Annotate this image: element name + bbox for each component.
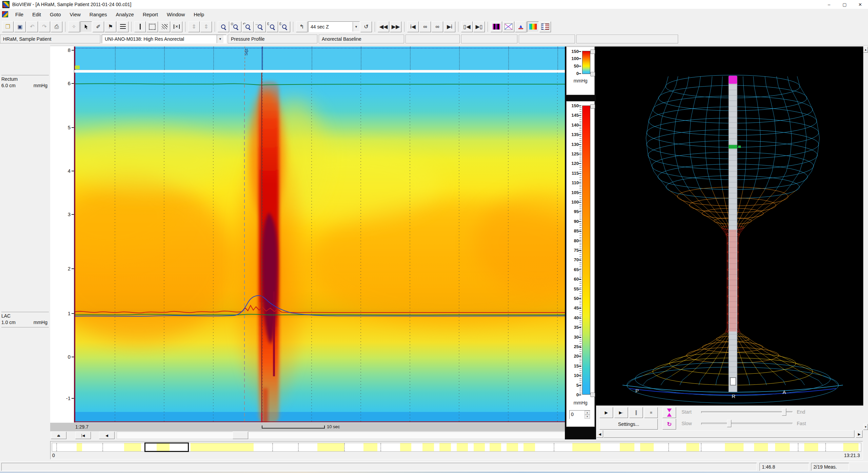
zoom-events-button[interactable]: Ɛ [267,21,278,32]
snap-left-button[interactable]: |◀ [75,432,91,439]
view-overlay-button[interactable]: ▲ [515,21,527,32]
zoom-range-select[interactable]: 44 sec Z▼ [308,21,360,32]
threshold-value[interactable]: 0 [570,411,585,419]
view-lines-button[interactable] [503,21,514,32]
timeline-segment[interactable] [686,443,699,451]
scroll-right-button[interactable]: ▶ [856,430,863,438]
spin-down-icon[interactable]: ▼ [585,415,590,419]
threshold-spinner[interactable]: 0 ▲ ▼ [569,410,590,419]
scroll-track[interactable] [117,432,587,439]
shade-region-button[interactable] [159,21,170,32]
timeline-segment[interactable] [439,443,451,451]
menu-view[interactable]: View [65,10,85,19]
document-icon[interactable] [2,11,8,17]
chevron-down-icon[interactable]: ▼ [217,35,223,43]
timeline-segment[interactable] [317,443,344,451]
range-start-button[interactable]: ▯◀ [461,21,473,32]
seek-back-button[interactable]: ◀◀ [378,21,389,32]
select-region-button[interactable] [146,21,158,32]
menu-goto[interactable]: Goto [45,10,65,19]
scroll-thumb[interactable] [233,432,248,439]
scale-top-min-handle[interactable] [590,72,595,76]
timeline-segment[interactable] [474,443,485,451]
timeline-segment[interactable] [725,443,744,451]
scroll-up-button[interactable]: ▲ [863,46,868,53]
speed-slider[interactable] [701,420,793,427]
timeline-segment[interactable] [400,443,411,451]
timeline-segment[interactable] [640,443,654,451]
scroll-thumb[interactable] [604,430,854,438]
protocol-select[interactable]: UNI-ANO-M0138: High Res Anorectal ▼ [102,35,226,43]
timeline-segment[interactable] [124,443,141,451]
pressure-plot[interactable]: Sqz [74,46,565,422]
scroll-left-button[interactable]: ◀ [99,432,115,439]
timeline-segment[interactable] [490,443,501,451]
measure-tool-button[interactable]: ✐ [93,21,104,32]
settings-button[interactable]: Settings... [599,419,658,430]
timeline-segment[interactable] [620,443,634,451]
menu-window[interactable]: Window [162,10,189,19]
timeline-segment[interactable] [77,443,82,451]
zoom-original-button[interactable]: ⊙ [230,21,241,32]
reset-time-button[interactable]: ↺ [360,21,372,32]
zoom-back-button[interactable]: ↶ [242,21,254,32]
next-mark-button[interactable]: ▶i [444,21,455,32]
slider-thumb[interactable] [782,408,786,416]
time-cursor-button[interactable]: ↰ [296,21,308,32]
viewer3d-v-scrollbar[interactable]: ▲ ▼ [863,46,868,438]
slider-track[interactable] [701,411,793,413]
cursor-line-button[interactable] [134,21,146,32]
timeline-segment[interactable] [843,443,859,451]
3d-wireframe-view[interactable]: P R A [596,46,863,405]
zoom-all-events-button[interactable]: Ɛ· [279,21,290,32]
pause-button[interactable]: ║ [629,407,643,418]
menu-edit[interactable]: Edit [28,10,45,19]
range-end-button[interactable]: ▶▯ [473,21,485,32]
timeline-segment[interactable] [457,443,468,451]
play-button[interactable]: ▶ [599,407,613,418]
phase-cell[interactable]: Anorectal Baseline [319,35,404,43]
plot-h-scrollbar[interactable]: ⏏ |◀ ◀ ▶ [50,431,596,439]
timeline-segment[interactable] [422,443,434,451]
timeline-view-window[interactable] [144,442,189,452]
rectum-channel-band[interactable]: Sqz [74,46,565,70]
profile-cell[interactable]: Pressure Profile [228,35,317,43]
adjust-tool-button[interactable] [117,21,129,32]
menu-report[interactable]: Report [138,10,162,19]
open-button[interactable]: ❐ [2,21,14,32]
loop-range-button[interactable] [663,407,676,418]
prev-view-button[interactable]: ∞ [419,21,431,32]
seek-forward-button[interactable]: ▶▶ [390,21,401,32]
minimize-button[interactable]: – [821,0,837,9]
pressure-heatmap[interactable] [74,73,565,422]
scale-cutoff-handle[interactable] [590,393,595,397]
timeline-strip[interactable] [52,443,861,452]
overview-color-scale[interactable]: 150100500 mmHg [566,46,595,95]
maximize-button[interactable]: ▢ [837,0,852,9]
timeline-segment[interactable] [191,443,254,451]
view-3d-button[interactable] [491,21,502,32]
timeline-segment[interactable] [507,443,518,451]
main-color-scale[interactable]: 1501451401351301251201151101051009590858… [566,101,595,427]
menu-file[interactable]: File [11,10,28,19]
scale-max-handle[interactable] [590,104,595,109]
timeline-segment[interactable] [363,443,377,451]
timeline-segment[interactable] [572,443,600,451]
pin-scroll-button[interactable]: ⏏ [51,432,66,439]
next-view-button[interactable]: ∞ [432,21,443,32]
annotate-tool-button[interactable]: ⚑ [105,21,116,32]
print-button[interactable]: ⎙ [51,21,62,32]
session-timeline[interactable]: 0 13:21.3 [50,441,863,459]
delete-mark-button[interactable]: ✕ [171,21,182,32]
menu-analyze[interactable]: Analyze [112,10,138,19]
timeline-segment[interactable] [804,443,818,451]
save-button[interactable]: ▣ [14,21,26,32]
viewer3d-h-scrollbar[interactable]: ◀ ▶ [596,430,863,438]
pressure-3d-viewer[interactable]: P R A [596,46,863,405]
view-channels-button[interactable] [539,21,551,32]
scale-top-max-handle[interactable] [590,50,595,54]
select-tool-button[interactable] [80,21,92,32]
timeline-segment[interactable] [524,443,535,451]
slider-track[interactable] [701,423,793,425]
zoom-in-button[interactable] [218,21,229,32]
